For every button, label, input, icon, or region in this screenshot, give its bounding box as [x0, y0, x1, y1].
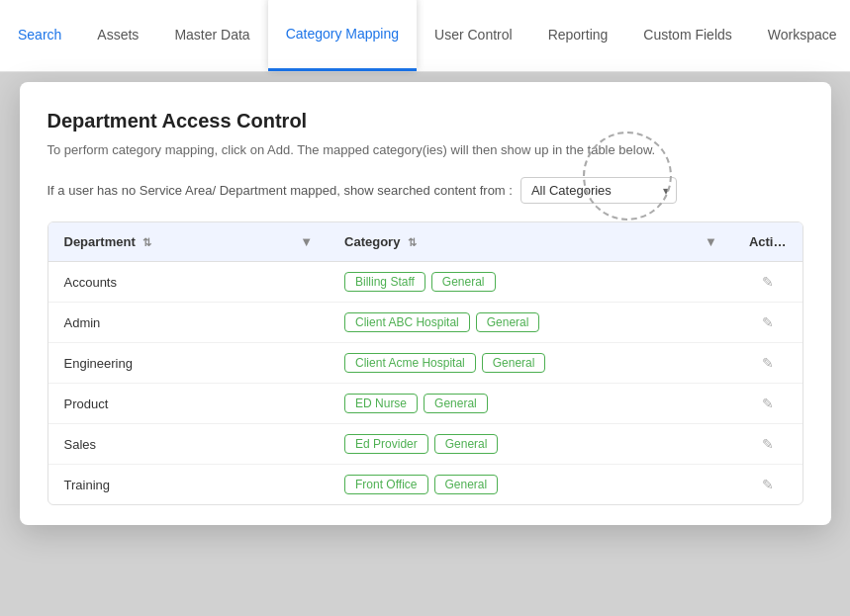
department-cell: Product — [48, 384, 330, 424]
nav-item-master-data[interactable]: Master Data — [156, 0, 267, 71]
nav-item-workspace[interactable]: Workspace — [750, 0, 850, 71]
modal-title: Department Access Control — [47, 110, 803, 132]
nav-item-user-control[interactable]: User Control — [417, 0, 530, 71]
department-sort-icon[interactable]: ⇅ — [142, 236, 151, 249]
action-cell: ✎ — [733, 465, 803, 505]
table-row: EngineeringClient Acme HospitalGeneral✎ — [48, 343, 803, 384]
top-navigation: SearchAssetsMaster DataCategory MappingU… — [0, 0, 850, 72]
nav-item-category-mapping[interactable]: Category Mapping — [268, 0, 417, 71]
action-cell: ✎ — [733, 303, 803, 343]
nav-item-reporting[interactable]: Reporting — [530, 0, 626, 71]
category-tag: General — [482, 353, 546, 373]
edit-icon[interactable]: ✎ — [762, 274, 774, 290]
modal-overlay: Department Access Control To perform cat… — [0, 72, 850, 616]
table-row: AdminClient ABC HospitalGeneral✎ — [48, 303, 803, 343]
category-sort-icon[interactable]: ⇅ — [408, 236, 417, 249]
table-row: ProductED NurseGeneral✎ — [48, 384, 803, 424]
main-content: Department Access Control To perform cat… — [0, 72, 850, 616]
category-cell: ED NurseGeneral — [329, 384, 733, 424]
department-cell: Engineering — [48, 343, 330, 384]
edit-icon[interactable]: ✎ — [762, 314, 774, 330]
category-column-header[interactable]: Category ⇅ ▼ — [329, 222, 733, 262]
category-tag: Client ABC Hospital — [344, 312, 470, 332]
department-filter-icon[interactable]: ▼ — [300, 234, 313, 249]
filter-select[interactable]: All Categories Selected Categories — [520, 177, 677, 204]
category-tag: Front Office — [344, 475, 427, 494]
edit-icon[interactable]: ✎ — [762, 396, 774, 411]
category-mapping-table: Department ⇅ ▼ Category ⇅ ▼ Acti… — [47, 221, 803, 505]
category-tag: General — [476, 312, 540, 332]
table-row: TrainingFront OfficeGeneral✎ — [48, 465, 803, 505]
edit-icon[interactable]: ✎ — [762, 355, 774, 371]
category-tag: General — [424, 394, 488, 413]
action-cell: ✎ — [733, 424, 803, 465]
table-row: AccountsBilling StaffGeneral✎ — [48, 262, 803, 303]
nav-item-custom-fields[interactable]: Custom Fields — [625, 0, 749, 71]
department-column-header[interactable]: Department ⇅ ▼ — [48, 222, 330, 262]
category-cell: Front OfficeGeneral — [329, 465, 733, 505]
category-filter-icon[interactable]: ▼ — [705, 234, 717, 249]
department-cell: Admin — [48, 303, 330, 343]
filter-select-wrapper[interactable]: All Categories Selected Categories — [520, 177, 677, 204]
category-cell: Billing StaffGeneral — [329, 262, 733, 303]
department-cell: Accounts — [48, 262, 330, 303]
edit-icon[interactable]: ✎ — [762, 436, 774, 452]
action-cell: ✎ — [733, 262, 803, 303]
edit-icon[interactable]: ✎ — [762, 477, 774, 492]
table-header: Department ⇅ ▼ Category ⇅ ▼ Acti… — [48, 222, 803, 262]
table: Department ⇅ ▼ Category ⇅ ▼ Acti… — [48, 222, 803, 504]
department-access-modal: Department Access Control To perform cat… — [20, 82, 831, 525]
table-header-row: Department ⇅ ▼ Category ⇅ ▼ Acti… — [48, 222, 803, 262]
category-tag: ED Nurse — [344, 394, 418, 413]
category-tag: General — [434, 434, 499, 454]
category-cell: Client ABC HospitalGeneral — [329, 303, 733, 343]
modal-description: To perform category mapping, click on Ad… — [47, 142, 803, 157]
nav-item-search[interactable]: Search — [0, 0, 79, 71]
filter-label: If a user has no Service Area/ Departmen… — [47, 183, 513, 198]
filter-row: If a user has no Service Area/ Departmen… — [47, 177, 803, 204]
category-tag: General — [434, 475, 499, 494]
category-tag: Billing Staff — [344, 272, 425, 292]
nav-item-assets[interactable]: Assets — [79, 0, 156, 71]
action-cell: ✎ — [733, 343, 803, 384]
table-body: AccountsBilling StaffGeneral✎AdminClient… — [48, 262, 803, 505]
category-cell: Ed ProviderGeneral — [329, 424, 733, 465]
actions-column-header: Acti… — [733, 222, 803, 262]
department-cell: Sales — [48, 424, 330, 465]
category-tag: General — [431, 272, 496, 292]
category-tag: Ed Provider — [344, 434, 428, 454]
table-row: SalesEd ProviderGeneral✎ — [48, 424, 803, 465]
category-tag: Client Acme Hospital — [344, 353, 476, 373]
department-cell: Training — [48, 465, 330, 505]
action-cell: ✎ — [733, 384, 803, 424]
category-cell: Client Acme HospitalGeneral — [329, 343, 733, 384]
